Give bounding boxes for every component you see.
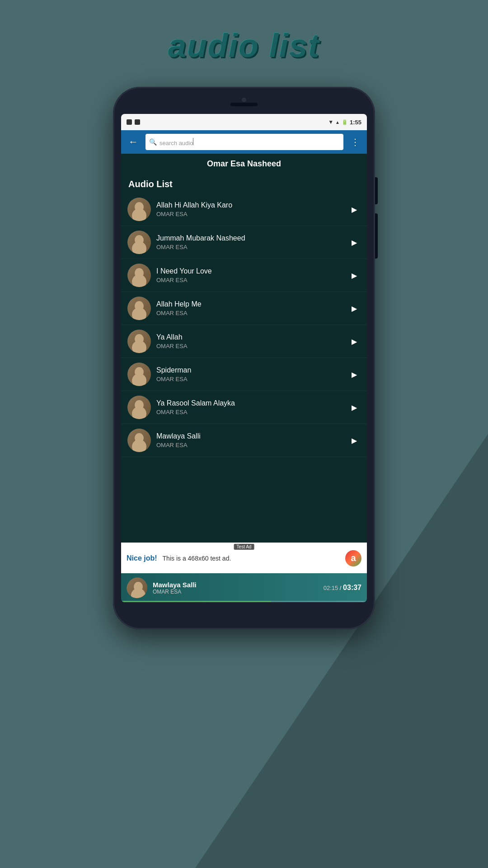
search-box[interactable]: 🔍 search audio <box>145 134 343 150</box>
now-playing-bar[interactable]: Mawlaya Salli OMAR ESA 02:15 / 03:37 <box>121 573 367 602</box>
phone-wrapper: ▼ ▲ 🔋 1:55 ← 🔍 search audio ⋮ <box>113 87 375 629</box>
play-button-1[interactable]: ▶ <box>348 236 361 249</box>
back-button[interactable]: ← <box>125 134 142 150</box>
audio-info-3: Allah Help Me OMAR ESA <box>156 300 343 316</box>
phone-speaker <box>230 103 258 106</box>
battery-status-icon: 🔋 <box>342 119 348 125</box>
audio-thumbnail-4 <box>127 330 151 353</box>
audio-title-4: Ya Allah <box>156 333 343 341</box>
audio-list-item[interactable]: Jummah Mubarak Nasheed OMAR ESA ▶ <box>121 226 367 259</box>
play-button-0[interactable]: ▶ <box>348 203 361 216</box>
audio-thumbnail-7 <box>127 429 151 452</box>
audio-list-item[interactable]: Allah Help Me OMAR ESA ▶ <box>121 292 367 325</box>
audio-title-7: Mawlaya Salli <box>156 432 343 440</box>
audio-info-7: Mawlaya Salli OMAR ESA <box>156 432 343 448</box>
audio-thumbnail-0 <box>127 198 151 221</box>
audio-info-1: Jummah Mubarak Nasheed OMAR ESA <box>156 234 343 250</box>
now-playing-time-display: 02:15 / 03:37 <box>324 584 361 592</box>
wifi-status-icon: ▼ <box>328 119 333 125</box>
page-title: audio list <box>168 27 320 64</box>
audio-thumbnail-1 <box>127 231 151 254</box>
audio-artist-7: OMAR ESA <box>156 442 343 448</box>
audio-title-5: Spiderman <box>156 366 343 374</box>
status-right-area: ▼ ▲ 🔋 1:55 <box>328 119 361 126</box>
audio-title-1: Jummah Mubarak Nasheed <box>156 234 343 242</box>
audio-info-4: Ya Allah OMAR ESA <box>156 333 343 349</box>
play-button-5[interactable]: ▶ <box>348 368 361 381</box>
progress-bar[interactable] <box>121 601 367 602</box>
phone-screen: ▼ ▲ 🔋 1:55 ← 🔍 search audio ⋮ <box>121 114 367 602</box>
play-button-3[interactable]: ▶ <box>348 302 361 315</box>
audio-thumbnail-5 <box>127 363 151 386</box>
ad-logo: a <box>345 550 361 566</box>
audio-info-0: Allah Hi Allah Kiya Karo OMAR ESA <box>156 201 343 217</box>
signal-status-icon: ▲ <box>335 120 340 125</box>
search-icon: 🔍 <box>149 138 157 146</box>
section-header-text: Audio List <box>128 179 173 189</box>
status-time: 1:55 <box>350 119 361 126</box>
audio-info-6: Ya Rasool Salam Alayka OMAR ESA <box>156 399 343 415</box>
play-button-7[interactable]: ▶ <box>348 434 361 447</box>
audio-artist-6: OMAR ESA <box>156 409 343 415</box>
audio-thumbnail-6 <box>127 396 151 419</box>
audio-list-item[interactable]: Spiderman OMAR ESA ▶ <box>121 358 367 391</box>
play-button-2[interactable]: ▶ <box>348 269 361 282</box>
audio-title-3: Allah Help Me <box>156 300 343 308</box>
audio-artist-0: OMAR ESA <box>156 211 343 217</box>
progress-fill <box>121 601 271 602</box>
ad-banner[interactable]: Test Ad Nice job! This is a 468x60 test … <box>121 542 367 573</box>
ad-description: This is a 468x60 test ad. <box>163 555 340 562</box>
status-bar: ▼ ▲ 🔋 1:55 <box>121 114 367 130</box>
audio-thumbnail-3 <box>127 297 151 320</box>
play-button-6[interactable]: ▶ <box>348 401 361 414</box>
ad-nice-text: Nice job! <box>127 554 157 562</box>
audio-info-5: Spiderman OMAR ESA <box>156 366 343 382</box>
app-toolbar: ← 🔍 search audio ⋮ <box>121 130 367 154</box>
search-input[interactable]: search audio <box>160 138 340 146</box>
audio-list-section: Audio List Allah Hi Allah Kiya Karo OMAR… <box>121 174 367 542</box>
search-placeholder: search audio <box>160 140 193 146</box>
app-title-bar: Omar Esa Nasheed <box>121 154 367 174</box>
app-title-text: Omar Esa Nasheed <box>207 159 281 169</box>
phone-frame: ▼ ▲ 🔋 1:55 ← 🔍 search audio ⋮ <box>113 87 375 629</box>
audio-artist-4: OMAR ESA <box>156 343 343 349</box>
search-cursor <box>193 138 193 145</box>
section-header: Audio List <box>121 174 367 193</box>
ad-label: Test Ad <box>234 544 254 550</box>
audio-artist-2: OMAR ESA <box>156 277 343 283</box>
audio-list-item[interactable]: Ya Allah OMAR ESA ▶ <box>121 325 367 358</box>
total-time: 03:37 <box>343 584 361 591</box>
play-button-4[interactable]: ▶ <box>348 335 361 348</box>
audio-title-2: I Need Your Love <box>156 267 343 275</box>
audio-list-item[interactable]: I Need Your Love OMAR ESA ▶ <box>121 259 367 292</box>
phone-button-right-1 <box>375 177 378 204</box>
menu-button[interactable]: ⋮ <box>347 135 363 149</box>
play-status-icon <box>127 119 132 125</box>
phone-button-right-2 <box>375 213 378 259</box>
time-separator: / <box>340 585 343 591</box>
audio-artist-3: OMAR ESA <box>156 310 343 316</box>
audio-items-container: Allah Hi Allah Kiya Karo OMAR ESA ▶ Jumm… <box>121 193 367 457</box>
now-playing-artist: OMAR ESA <box>153 589 318 595</box>
audio-title-6: Ya Rasool Salam Alayka <box>156 399 343 407</box>
audio-list-item[interactable]: Allah Hi Allah Kiya Karo OMAR ESA ▶ <box>121 193 367 226</box>
audio-title-0: Allah Hi Allah Kiya Karo <box>156 201 343 209</box>
audio-artist-5: OMAR ESA <box>156 376 343 382</box>
audio-artist-1: OMAR ESA <box>156 244 343 250</box>
audio-info-2: I Need Your Love OMAR ESA <box>156 267 343 283</box>
audio-thumbnail-2 <box>127 264 151 287</box>
status-left-icons <box>127 119 140 125</box>
notification-status-icon <box>135 119 140 125</box>
now-playing-info: Mawlaya Salli OMAR ESA <box>153 581 318 595</box>
audio-list-item[interactable]: Ya Rasool Salam Alayka OMAR ESA ▶ <box>121 391 367 424</box>
audio-list-item[interactable]: Mawlaya Salli OMAR ESA ▶ <box>121 424 367 457</box>
phone-camera <box>241 97 247 103</box>
now-playing-title: Mawlaya Salli <box>153 581 318 589</box>
now-playing-thumbnail <box>127 577 147 598</box>
current-time: 02:15 <box>324 585 338 591</box>
